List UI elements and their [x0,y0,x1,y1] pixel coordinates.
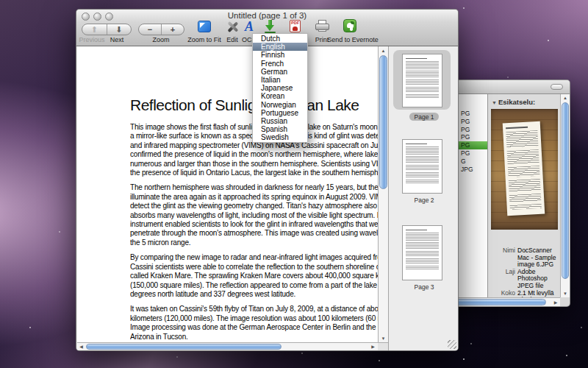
page-label[interactable]: Page 2 [389,197,459,204]
text-line: By comparing the new image to radar and … [130,253,378,262]
text-line: Image processing was done at the German … [130,323,378,332]
info-label: Laji [488,269,515,290]
zoom-in-button[interactable]: + [161,24,184,35]
send-to-evernote-button[interactable] [343,19,356,32]
page-nav-control: ⬆ ⬇ [82,24,132,35]
zoom-control: − + [138,24,184,35]
text-line: Arizona in Tucson. [130,333,378,342]
window-resize-grip[interactable] [448,340,456,349]
page-label[interactable]: Page 1 [389,113,459,121]
menu-item-norwegian[interactable]: Norwegian [253,101,307,109]
text-line: kilometers (120,000 miles). The image re… [130,314,378,323]
zoom-out-button[interactable]: − [139,24,161,35]
finder-vertical-scrollbar[interactable]: ▲ ▼ [560,94,570,297]
photographed-document [503,121,545,216]
next-label: Next [110,36,124,43]
text-line: absorbs many wavelengths of light, inclu… [130,211,378,220]
menu-item-dutch[interactable]: Dutch [253,35,307,43]
page-thumbnail-3[interactable] [402,225,442,280]
info-value: Adobe Photoshop JPEG file [517,269,559,290]
edit-button[interactable] [226,21,239,33]
text-line: numerous and larger than those in the so… [130,160,378,169]
print-button[interactable] [315,20,329,33]
menu-item-english[interactable]: English [253,43,307,51]
info-row: LajiAdobe Photoshop JPEG file [488,269,561,290]
docscanner-window: Untitled (page 1 of 3) ⬆ ⬇ Previous Next… [76,9,459,351]
plus-icon: + [171,26,175,34]
text-line: detect the glint as the viewing geometry… [130,202,378,210]
info-value: DocScanner Mac - Sample image 6.JPG [517,247,559,269]
menu-item-korean[interactable]: Korean [253,92,307,100]
page-thumbnails-pane: Page 1Page 2Page 3 [388,46,458,350]
info-label: Nimi [488,247,515,269]
disclosure-triangle-icon[interactable]: ▼ [492,100,497,105]
menu-item-italian[interactable]: Italian [253,76,307,84]
text-line: the presence of liquid in Ontario Lacus,… [130,169,378,177]
menu-item-japanese[interactable]: Japanese [253,84,307,92]
document-text: This image shows the first flash of sunl… [130,123,378,344]
previous-page-button[interactable]: ⬆ [82,24,107,35]
scroll-up-arrow[interactable]: ▲ [379,47,388,54]
window-title: Untitled (page 1 of 3) [76,11,458,20]
preview-pane: ▼Esikatselu: NimiDocScanner Mac - Sample… [488,94,561,297]
ocr-button[interactable]: A [243,19,256,34]
send-to-evernote-label: Send to Evernote [327,36,379,43]
zoom-to-fit-label: Zoom to Fit [187,36,221,43]
menu-item-french[interactable]: French [253,60,307,68]
next-page-button[interactable]: ⬇ [107,24,132,35]
scroll-left-arrow[interactable]: ◀ [78,343,85,351]
edit-label: Edit [226,36,238,43]
text-line: It was taken on Cassini's 59th flyby of … [130,305,378,314]
scroll-right-arrow[interactable]: ▶ [370,343,376,351]
paragraph: The northern hemisphere was shrouded in … [130,183,378,247]
page-thumbnail-1[interactable] [402,54,442,107]
document-horizontal-scrollbar[interactable]: ◀ ▶ [77,342,378,350]
preview-photo [491,109,558,230]
desktop: PGPGPGPGPGPGGJPG ▼Esikatselu: NimiDocSc [0,0,588,368]
text-line: degrees north latitude and 337 degrees w… [130,290,378,299]
scroll-down-arrow[interactable]: ▼ [561,290,570,297]
scroll-down-arrow[interactable]: ▼ [379,335,388,342]
document-page: Reflection of Sunlight off Titan Lake Th… [77,46,378,344]
menu-item-german[interactable]: German [253,68,307,76]
scroll-up-arrow[interactable]: ▲ [561,94,570,102]
finder-vertical-scroll-thumb[interactable] [562,102,569,279]
language-button[interactable] [264,20,276,33]
text-line: confirmed the presence of liquid in the … [130,150,378,159]
text-line: Cassini scientists were able to correlat… [130,263,378,272]
text-line: The northern hemisphere was shrouded in … [130,183,378,192]
text-line: the 5 micron range. [130,238,378,247]
minus-icon: − [148,26,152,34]
text-line: (150,000 square miles). The reflection a… [130,281,378,290]
down-arrow-icon: ⬇ [115,26,122,34]
toolbar-toggle-pill-button[interactable] [551,84,563,90]
menu-item-finnish[interactable]: Finnish [253,51,307,59]
info-row: NimiDocScanner Mac - Sample image 6.JPG [488,247,561,269]
text-line: called Kraken Mare. The sprawling Kraken… [130,272,378,280]
menu-item-swedish[interactable]: Swedish [253,133,307,141]
menu-item-spanish[interactable]: Spanish [253,125,307,133]
document-vertical-scroll-thumb[interactable] [379,55,387,189]
previous-label: Previous [79,36,104,43]
zoom-label: Zoom [152,36,169,43]
up-arrow-icon: ⬆ [91,26,98,34]
scrollbar-corner [378,342,388,350]
save-pdf-button[interactable]: PDF [290,20,301,32]
document-horizontal-scroll-thumb[interactable] [86,344,282,350]
page-label[interactable]: Page 3 [389,283,459,291]
page-thumbnail-2[interactable] [402,139,442,194]
document-vertical-scrollbar[interactable]: ▲ ▼ [378,46,388,344]
paragraph: By comparing the new image to radar and … [130,253,378,299]
zoom-to-fit-button[interactable] [198,21,211,32]
text-line: instrument enabled scientists to look fo… [130,220,378,229]
menu-item-russian[interactable]: Russian [253,117,307,125]
menu-item-portuguese[interactable]: Portuguese [253,109,307,117]
document-title: Reflection of Sunlight off Titan Lake [130,96,359,114]
preview-header[interactable]: ▼Esikatselu: [492,98,535,106]
scroll-right-arrow[interactable]: ▶ [553,298,559,307]
language-dropdown-menu: DutchEnglishFinnishFrenchGermanItalianJa… [252,33,308,143]
paragraph: It was taken on Cassini's 59th flyby of … [130,305,378,342]
preview-label: Esikatselu: [498,98,535,106]
text-line: illuminate the area again as it approach… [130,193,378,202]
text-line: penetrate through the moon's atmosphere.… [130,229,378,238]
